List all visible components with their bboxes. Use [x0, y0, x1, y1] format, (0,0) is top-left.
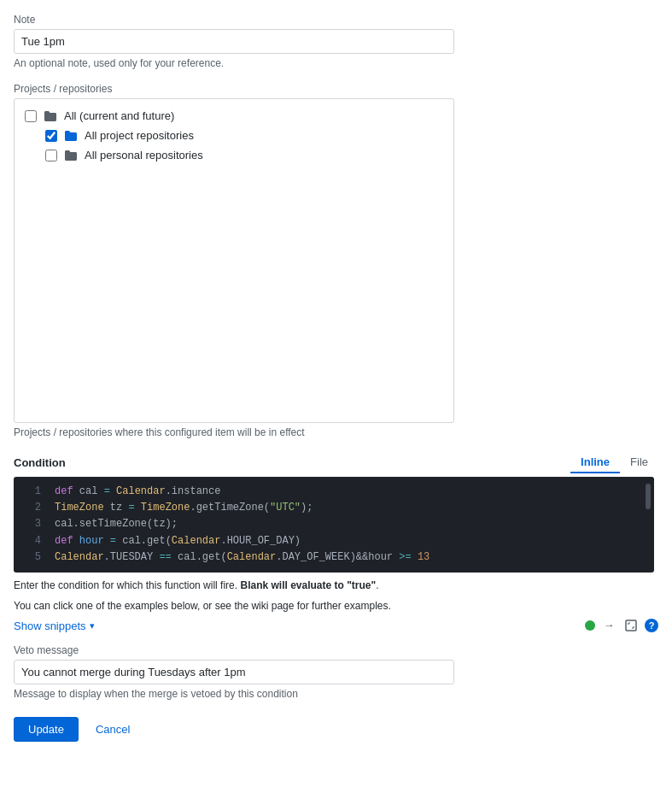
svg-rect-0 [626, 620, 636, 631]
condition-action-icons: → ? [585, 617, 658, 634]
projects-box: All (current and future) All project rep… [14, 98, 454, 423]
show-snippets-link[interactable]: Show snippets ▾ [14, 620, 95, 632]
repo-checkbox-all[interactable] [25, 110, 37, 122]
repo-item-personal: All personal repositories [25, 145, 443, 165]
code-line-4: 4 def hour = cal.get(Calendar.HOUR_OF_DA… [14, 533, 654, 549]
condition-help-line2: You can click one of the examples below,… [14, 598, 658, 614]
repo-label-project[interactable]: All project repositories [85, 129, 194, 142]
repo-label-all[interactable]: All (current and future) [64, 109, 174, 122]
veto-input[interactable] [14, 660, 454, 684]
folder-icon-all [44, 110, 57, 122]
show-snippets-label: Show snippets [14, 620, 86, 632]
projects-footer-text: Projects / repositories where this confi… [14, 426, 658, 438]
condition-help-area: Enter the condition for which this funct… [14, 578, 658, 614]
veto-section: Veto message Message to display when the… [14, 644, 658, 700]
status-green-dot [585, 620, 595, 631]
note-section: Note An optional note, used only for you… [14, 14, 658, 69]
line-num-3: 3 [24, 516, 41, 532]
line-code-1: def cal = Calendar.instance [55, 484, 220, 500]
condition-help-bold: Blank will evaluate to "true" [240, 579, 376, 591]
line-code-4: def hour = cal.get(Calendar.HOUR_OF_DAY) [55, 533, 301, 549]
line-num-1: 1 [24, 484, 41, 500]
folder-icon-project [64, 130, 78, 142]
code-line-2: 2 TimeZone tz = TimeZone.getTimeZone("UT… [14, 500, 654, 516]
chevron-down-icon: ▾ [90, 620, 95, 631]
repo-checkbox-project[interactable] [45, 130, 57, 142]
repo-label-personal[interactable]: All personal repositories [85, 149, 203, 162]
condition-help-period: . [376, 579, 378, 591]
note-help-text: An optional note, used only for your ref… [14, 57, 658, 69]
condition-help-text: Enter the condition for which this funct… [14, 578, 658, 593]
line-code-5: Calendar.TUESDAY == cal.get(Calendar.DAY… [55, 549, 429, 566]
code-line-1: 1 def cal = Calendar.instance [14, 484, 654, 500]
condition-label: Condition [14, 456, 66, 469]
scrollbar[interactable] [646, 484, 651, 509]
repo-checkbox-personal[interactable] [45, 150, 57, 162]
note-input[interactable] [14, 29, 454, 54]
line-num-5: 5 [24, 549, 41, 566]
line-code-3: cal.setTimeZone(tz); [55, 516, 178, 532]
repo-item-all: All (current and future) [25, 106, 443, 126]
condition-header: Condition Inline File [14, 452, 658, 473]
expand-icon[interactable] [622, 617, 640, 634]
tab-inline[interactable]: Inline [570, 452, 620, 473]
line-code-2: TimeZone tz = TimeZone.getTimeZone("UTC"… [55, 500, 313, 516]
tab-file[interactable]: File [620, 452, 658, 473]
note-label: Note [14, 14, 658, 26]
update-button[interactable]: Update [14, 717, 79, 742]
veto-label: Veto message [14, 644, 658, 656]
repo-item-project: All project repositories [25, 126, 443, 145]
bottom-actions: Update Cancel [14, 717, 658, 742]
line-num-4: 4 [24, 533, 41, 549]
code-line-3: 3 cal.setTimeZone(tz); [14, 516, 654, 532]
code-line-5: 5 Calendar.TUESDAY == cal.get(Calendar.D… [14, 549, 654, 566]
code-editor[interactable]: 1 def cal = Calendar.instance 2 TimeZone… [14, 477, 654, 573]
condition-tabs: Inline File [570, 452, 658, 473]
cancel-button[interactable]: Cancel [89, 718, 137, 741]
arrow-icon[interactable]: → [600, 617, 617, 634]
projects-label: Projects / repositories [14, 83, 658, 95]
help-icon[interactable]: ? [645, 619, 658, 632]
folder-icon-personal [64, 150, 78, 162]
projects-section: Projects / repositories All (current and… [14, 83, 658, 438]
condition-section: Condition Inline File 1 def cal = Calend… [14, 452, 658, 634]
veto-help-text: Message to display when the merge is vet… [14, 688, 658, 700]
line-num-2: 2 [24, 500, 41, 516]
condition-help-line1: Enter the condition for which this funct… [14, 579, 240, 591]
